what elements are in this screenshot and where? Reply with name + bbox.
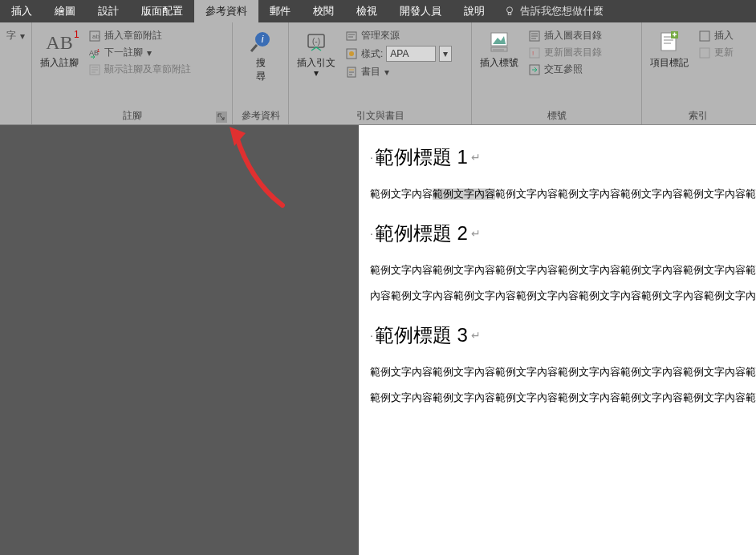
tab-insert[interactable]: 插入 [0,0,43,22]
annotation-arrow-icon [226,125,299,213]
group-captions: 插入標號 插入圖表目錄 ! 更新圖表目錄 交互參照 標號 [472,22,642,124]
paragraph-mark-icon: ↵ [471,227,481,240]
svg-text:1: 1 [97,48,100,53]
show-notes-icon [88,63,101,76]
svg-rect-42 [700,31,709,41]
svg-rect-15 [347,32,356,40]
paragraph-1: 範例文字內容範例文字內容範例文字內容範例文字內容範例文字內容範例文字內容範例文字 [370,181,756,208]
tab-developer[interactable]: 開發人員 [388,0,453,22]
next-footnote-icon: AB1 [88,47,101,59]
update-tof-icon: ! [528,47,541,59]
group-index: 項目標記 插入 更新 索引 [642,22,754,124]
search-label: 搜 尋 [256,56,266,83]
chevron-down-icon: ▾ [313,70,319,76]
caption-icon [486,30,512,55]
ribbon-tabs: 插入 繪圖 設計 版面配置 參考資料 郵件 校閱 檢視 開發人員 說明 告訴我您… [0,0,756,22]
svg-text:i: i [261,34,263,45]
insert-footnote-button[interactable]: AB1 插入註腳 [35,27,83,71]
cross-ref-icon [528,63,541,76]
svg-text:ab: ab [92,33,100,40]
bullet-icon: · [370,329,373,342]
insert-caption-label: 插入標號 [480,56,518,70]
index-group-label: 索引 [645,107,751,124]
partial-button[interactable]: 字 ▾ [3,27,29,44]
footnote-icon: AB1 [46,32,72,54]
tell-me-search[interactable]: 告訴我您想做什麼 [496,4,612,18]
tab-review[interactable]: 校閱 [302,0,345,22]
paragraph-3: 範例文字內容範例文字內容範例文字內容範例文字內容範例文字內容範例文字內容範例文字… [370,359,756,411]
mark-entry-button[interactable]: 項目標記 [645,27,693,71]
update-tof-button[interactable]: ! 更新圖表目錄 [525,44,605,61]
document-margin-area [0,125,359,555]
research-group-label: 參考資料 [236,107,285,124]
tell-me-label: 告訴我您想做什麼 [520,4,604,18]
group-research: i 搜 尋 參考資料 [233,22,289,124]
lightbulb-icon [504,6,515,17]
tab-references[interactable]: 參考資料 [194,0,258,22]
paragraph-mark-icon: ↵ [471,329,481,342]
mark-entry-icon [656,30,682,55]
heading-1: · 範例標題 1 ↵ [370,144,756,170]
ribbon-body: 字 ▾ AB1 插入註腳 ab 插入章節附註 AB1 [0,22,756,125]
cross-reference-button[interactable]: 交互參照 [525,61,605,78]
manage-sources-icon [345,30,358,43]
style-icon [345,47,358,60]
svg-text:!: ! [532,50,534,57]
insert-tof-button[interactable]: 插入圖表目錄 [525,27,605,44]
svg-rect-43 [700,48,709,58]
chevron-down-icon: ▾ [384,69,390,75]
tab-view[interactable]: 檢視 [345,0,388,22]
tab-help[interactable]: 說明 [453,0,496,22]
svg-point-19 [349,51,354,56]
bibliography-button[interactable]: 書目 ▾ [342,63,455,80]
svg-text:(-): (-) [312,37,320,46]
chevron-down-icon: ▾ [19,33,26,39]
captions-group-label: 標號 [475,107,638,124]
bullet-icon: · [370,227,373,240]
endnote-icon: ab [88,30,101,43]
document-area: · 範例標題 1 ↵ 範例文字內容範例文字內容範例文字內容範例文字內容範例文字內… [0,125,756,555]
bullet-icon: · [370,151,373,164]
chevron-down-icon: ▾ [439,46,452,62]
selected-text: 範例文字內容 [433,188,495,200]
footnotes-group-label: 註腳 [35,107,229,124]
search-button[interactable]: i 搜 尋 [243,27,278,85]
heading-3: · 範例標題 3 ↵ [370,322,756,348]
insert-endnote-button[interactable]: ab 插入章節附註 [85,27,194,44]
tab-draw[interactable]: 繪圖 [43,0,87,22]
insert-index-button[interactable]: 插入 [695,27,737,44]
dialog-launcher-icon[interactable] [216,111,227,123]
update-index-icon [698,47,711,59]
citation-icon: (-) [303,30,329,55]
insert-caption-button[interactable]: 插入標號 [475,27,523,71]
update-index-button[interactable]: 更新 [695,44,737,61]
heading-2: · 範例標題 2 ↵ [370,221,756,246]
paragraph-mark-icon: ↵ [471,151,481,164]
group-citations: (-) 插入引文 ▾ 管理來源 樣式: APA [289,22,472,124]
group-footnotes: AB1 插入註腳 ab 插入章節附註 AB1 下一註腳 ▾ 顯示註腳及章節附註 [32,22,233,124]
bibliography-icon [345,66,358,79]
group-partial-left: 字 ▾ [0,22,32,124]
style-dropdown[interactable]: APA [386,46,436,62]
insert-citation-button[interactable]: (-) 插入引文 ▾ [292,27,340,78]
search-icon: i [248,30,274,55]
next-footnote-button[interactable]: AB1 下一註腳 ▾ [85,44,194,61]
document-page[interactable]: · 範例標題 1 ↵ 範例文字內容範例文字內容範例文字內容範例文字內容範例文字內… [359,125,756,555]
svg-marker-44 [230,127,246,146]
svg-point-0 [507,7,513,13]
tof-icon [528,30,541,43]
tab-mailings[interactable]: 郵件 [258,0,302,22]
tab-design[interactable]: 設計 [87,0,130,22]
insert-footnote-label: 插入註腳 [40,56,79,70]
mark-entry-label: 項目標記 [650,56,689,70]
manage-sources-button[interactable]: 管理來源 [342,27,455,44]
tab-layout[interactable]: 版面配置 [130,0,194,22]
show-notes-button[interactable]: 顯示註腳及章節附註 [85,61,194,78]
svg-line-12 [251,45,257,51]
style-selector[interactable]: 樣式: APA ▾ [342,44,455,63]
paragraph-2: 範例文字內容範例文字內容範例文字內容範例文字內容範例文字內容範例文字內容範例文字… [370,257,756,310]
citations-group-label: 引文與書目 [292,107,468,124]
chevron-down-icon: ▾ [146,50,152,56]
group-label-partial [3,110,28,124]
insert-index-icon [698,30,711,43]
